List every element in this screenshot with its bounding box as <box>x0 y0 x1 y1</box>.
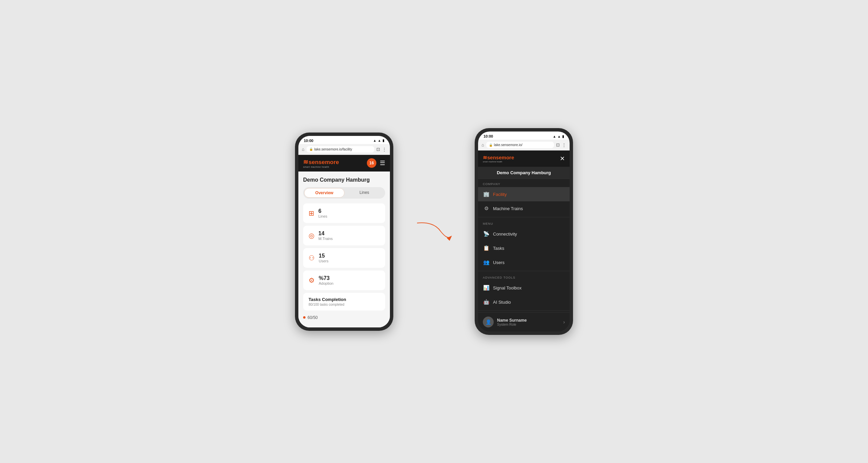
menu-item-connectivity[interactable]: 📡 Connectivity <box>478 227 570 241</box>
users-menu-label: Users <box>493 260 505 265</box>
logo-1: ≋sensemore smart machine health <box>303 158 339 168</box>
stat-info-lines: 6 Lines <box>318 208 327 218</box>
users-icon: ⚇ <box>309 254 315 262</box>
status-icons-1: ▲ ▲ ▮ <box>373 139 384 142</box>
divider-2 <box>478 271 570 271</box>
stat-lines: ⊞ 6 Lines <box>303 203 385 223</box>
mtrains-icon: ◎ <box>309 232 314 240</box>
stat-users: ⚇ 15 Users <box>303 248 385 268</box>
wifi-icon-2: ▲ <box>557 135 561 138</box>
logo-s-icon: ≋ <box>303 159 308 165</box>
pagination-text: 60/50 <box>308 315 318 320</box>
adoption-value: %73 <box>319 275 333 281</box>
hamburger-menu-button[interactable]: ☰ <box>380 159 385 167</box>
menu-item-ai-studio[interactable]: 🤖 AI Studio <box>478 295 570 309</box>
chevron-right-icon: › <box>563 319 565 325</box>
machine-trains-icon: ⚙ <box>483 205 490 212</box>
mtrains-value: 14 <box>318 230 333 237</box>
status-bar-1: 10:00 ▲ ▲ ▮ <box>298 136 390 144</box>
signal-toolbox-label: Signal Toolbox <box>493 285 521 290</box>
menu-logo-part2: more <box>502 155 514 160</box>
adoption-icon: ⚙ <box>309 276 315 284</box>
ai-studio-icon: 🤖 <box>483 299 490 305</box>
task-completion-card: Tasks Completion 80/100 tasks completed <box>303 293 385 310</box>
logo-part1: sense <box>309 159 325 165</box>
scene: 10:00 ▲ ▲ ▮ ⌂ 🔒 lake.sensemore.io/facili… <box>281 115 587 348</box>
phone-1: 10:00 ▲ ▲ ▮ ⌂ 🔒 lake.sensemore.io/facili… <box>295 133 393 331</box>
tasks-icon: 📋 <box>483 245 490 251</box>
lines-icon: ⊞ <box>309 209 314 217</box>
user-profile-left: 👤 Name Surname System Role <box>483 317 527 327</box>
logo-part2: more <box>325 159 339 165</box>
home-icon-2[interactable]: ⌂ <box>481 142 484 147</box>
menu-item-tasks[interactable]: 📋 Tasks <box>478 241 570 255</box>
time-1: 10:00 <box>304 139 313 143</box>
battery-icon-2: ▮ <box>562 135 564 138</box>
menu-logo-sub: smart machine health <box>483 161 514 163</box>
tasks-title: Tasks Completion <box>309 297 380 302</box>
arrow-connector <box>414 218 454 245</box>
user-info: Name Surname System Role <box>497 318 527 326</box>
facility-label: Facility <box>493 192 507 197</box>
logo-text-1: ≋sensemore <box>303 158 339 166</box>
divider-1 <box>478 217 570 217</box>
tab-bar-1: Overview Lines <box>303 187 385 199</box>
menu-item-users[interactable]: 👥 Users <box>478 255 570 269</box>
stat-info-adoption: %73 Adoption <box>319 275 333 285</box>
menu-logo-text: ≋sensemore <box>483 155 514 161</box>
logo-sub-1: smart machine health <box>303 166 339 168</box>
user-name: Name Surname <box>497 318 527 323</box>
user-profile-footer[interactable]: 👤 Name Surname System Role › <box>478 312 570 331</box>
users-value: 15 <box>319 253 329 259</box>
menu-logo-part1: sense <box>487 155 502 160</box>
menu-header: ≋sensemore smart machine health ✕ <box>478 150 570 167</box>
app-content-1: Demo Company Hamburg Overview Lines ⊞ 6 … <box>298 172 390 327</box>
menu-panel: ≋sensemore smart machine health ✕ Demo C… <box>478 150 570 331</box>
section-menu-label: MENU <box>478 219 570 227</box>
tab-icon-1[interactable]: ⊡ <box>376 147 380 152</box>
signal-icon-1: ▲ <box>373 139 376 142</box>
browser-bar-2: ⌂ 🔒 lake.sensemore.io/ ⊡ ⋮ <box>478 140 570 150</box>
tab-lines[interactable]: Lines <box>344 188 384 198</box>
tab-icon-2[interactable]: ⊡ <box>556 142 560 147</box>
connectivity-icon: 📡 <box>483 231 490 237</box>
ai-studio-label: AI Studio <box>493 300 511 305</box>
more-icon-2[interactable]: ⋮ <box>562 142 566 147</box>
pagination-dot <box>303 316 305 319</box>
mtrains-label: M.Trains <box>318 237 333 241</box>
user-role: System Role <box>497 323 527 326</box>
menu-logo-s: ≋ <box>483 155 487 160</box>
company-name-bar: Demo Company Hamburg <box>478 167 570 179</box>
facility-icon: 🏢 <box>483 191 490 197</box>
phone-2: 10:00 ▲ ▲ ▮ ⌂ 🔒 lake.sensemore.io/ ⊡ ⋮ <box>475 128 573 335</box>
url-text-2: lake.sensemore.io/ <box>494 143 522 147</box>
notification-badge[interactable]: 16 <box>367 158 376 168</box>
signal-toolbox-icon: 📊 <box>483 285 490 291</box>
close-menu-button[interactable]: ✕ <box>560 155 565 162</box>
url-bar-1[interactable]: 🔒 lake.sensemore.io/facility <box>307 146 374 153</box>
menu-item-facility[interactable]: 🏢 Facility <box>478 187 570 201</box>
header-right-1: 16 ☰ <box>367 158 385 168</box>
lines-label: Lines <box>318 214 327 218</box>
more-icon-1[interactable]: ⋮ <box>382 147 387 152</box>
lines-value: 6 <box>318 208 327 214</box>
home-icon-1[interactable]: ⌂ <box>302 147 304 152</box>
connectivity-label: Connectivity <box>493 232 517 237</box>
stat-info-users: 15 Users <box>319 253 329 263</box>
stat-adoption: ⚙ %73 Adoption <box>303 270 385 290</box>
time-2: 10:00 <box>484 134 493 138</box>
divider-3 <box>478 310 570 311</box>
signal-icon-2: ▲ <box>553 135 556 138</box>
tab-overview[interactable]: Overview <box>304 188 344 198</box>
status-bar-2: 10:00 ▲ ▲ ▮ <box>478 132 570 140</box>
users-label: Users <box>319 259 329 263</box>
stat-info-mtrains: 14 M.Trains <box>318 230 333 241</box>
tasks-label: Tasks <box>493 246 504 251</box>
pagination: 60/50 <box>303 313 385 322</box>
app-header-1: ≋sensemore smart machine health 16 ☰ <box>298 155 390 172</box>
url-bar-2[interactable]: 🔒 lake.sensemore.io/ <box>486 142 554 148</box>
menu-item-signal-toolbox[interactable]: 📊 Signal Toolbox <box>478 281 570 295</box>
menu-item-machine-trains[interactable]: ⚙ Machine Trains <box>478 201 570 216</box>
section-advanced-label: ADVANCED TOOLS <box>478 273 570 281</box>
lock-icon-1: 🔒 <box>309 147 313 151</box>
